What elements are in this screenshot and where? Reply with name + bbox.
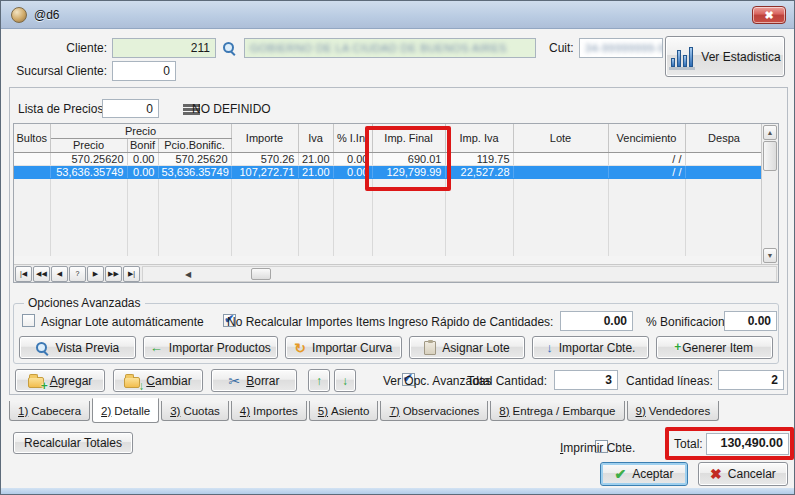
grid-cell[interactable]: 570.25620 [50, 152, 127, 165]
column-header[interactable]: Iva [298, 124, 333, 152]
move-up-button[interactable]: ↑ [308, 369, 330, 392]
ingreso-rapido-field[interactable]: 0.00 [560, 311, 633, 331]
close-button[interactable]: ✖ [752, 6, 786, 24]
grid-nav-button[interactable]: ▶| [123, 266, 140, 282]
grid-nav-button[interactable]: ▶▶ [105, 266, 122, 282]
importar-productos-button[interactable]: ←Importar Productos [143, 336, 278, 359]
grid-vertical-scrollbar[interactable]: ▲ ▼ [761, 124, 778, 264]
tab-cabecera[interactable]: 1)Cabecera [9, 401, 90, 421]
vertical-scroll-thumb[interactable] [763, 141, 777, 171]
importar-curva-button[interactable]: ↻Importar Curva [285, 336, 402, 359]
table-row[interactable]: 53,636.357490.0053,636.35749107,272.7121… [14, 165, 763, 178]
grid-cell[interactable]: 0.00 [127, 165, 158, 178]
column-header[interactable]: Imp. Final [372, 124, 445, 152]
table-row[interactable]: 570.256200.00570.25620570.2621.000.00690… [14, 152, 763, 165]
column-header[interactable]: Precio [50, 124, 231, 138]
borrar-button[interactable]: ✂ Borrar [211, 369, 297, 392]
cantidad-lineas-field[interactable]: 2 [718, 370, 784, 390]
grid-cell[interactable]: 22,527.28 [445, 165, 513, 178]
column-header[interactable]: Imp. Iva [445, 124, 513, 152]
grid-cell[interactable] [14, 165, 50, 178]
grid-nav-button[interactable]: |◀ [15, 266, 32, 282]
sucursal-field[interactable]: 0 [112, 61, 176, 81]
tab-detalle[interactable]: 2)Detalle [92, 398, 159, 423]
grid-cell[interactable]: 0.00 [333, 165, 372, 178]
column-header[interactable]: % I.Int [333, 124, 372, 152]
grid-cell[interactable] [685, 152, 763, 165]
grid-cell[interactable]: 570.25620 [158, 152, 231, 165]
tab-cuotas[interactable]: 3)Cuotas [161, 401, 229, 421]
cliente-code-field[interactable]: 211 [112, 38, 216, 58]
vista-previa-button[interactable]: Vista Previa [19, 336, 136, 359]
grid-cell[interactable]: 21.00 [298, 165, 333, 178]
grid-cell[interactable]: 0.00 [333, 152, 372, 165]
grid-cell[interactable]: 690.01 [372, 152, 445, 165]
grid-horizontal-scrollbar[interactable]: ◀ [142, 266, 777, 282]
grid-cell[interactable]: 570.26 [231, 152, 298, 165]
tab-vendedores[interactable]: 9)Vendedores [627, 401, 720, 421]
hscroll-left-icon[interactable]: ◀ [185, 270, 191, 279]
agregar-button[interactable]: Agregar [15, 369, 105, 392]
horizontal-scroll-thumb[interactable] [251, 268, 271, 280]
grid-cell[interactable]: 107,272.71 [231, 165, 298, 178]
grid-cell[interactable]: 21.00 [298, 152, 333, 165]
grid-cell[interactable] [14, 152, 50, 165]
grid-cell[interactable] [513, 165, 608, 178]
empty-cell [513, 204, 608, 217]
ver-estadistica-button[interactable]: Ver Estadistica [665, 36, 785, 77]
column-header[interactable]: Importe [231, 124, 298, 152]
aceptar-label: Aceptar [632, 467, 673, 481]
grid-cell[interactable] [513, 152, 608, 165]
column-header[interactable]: Precio [50, 138, 127, 152]
total-cantidad-field[interactable]: 3 [554, 370, 618, 390]
grid-cell[interactable]: 119.75 [445, 152, 513, 165]
column-header[interactable]: Vencimiento [608, 124, 685, 152]
column-header[interactable]: Lote [513, 124, 608, 152]
cancelar-button[interactable]: ✖ Cancelar [698, 462, 788, 486]
tab-observaciones[interactable]: 7)Observaciones [380, 401, 488, 421]
total-field[interactable]: 130,490.00 [706, 433, 789, 455]
column-header[interactable]: Pcio.Bonific. [158, 138, 231, 152]
search-client-icon[interactable] [222, 41, 236, 55]
opciones-avanzadas-group: Opciones Avanzadas Asignar Lote automáti… [13, 303, 779, 364]
tab-importes[interactable]: 4)Importes [231, 401, 307, 421]
borrar-label: Borrar [246, 374, 279, 388]
asignar-lote-checkbox[interactable] [22, 314, 35, 327]
empty-cell [14, 217, 50, 230]
tab-entrega-embarque[interactable]: 8)Entrega / Embarque [490, 401, 624, 421]
grid-cell[interactable]: / / [608, 152, 685, 165]
grid-cell[interactable]: 53,636.35749 [158, 165, 231, 178]
grid-nav-button[interactable]: ◀ [51, 266, 68, 282]
grid-cell[interactable]: 53,636.35749 [50, 165, 127, 178]
aceptar-button[interactable]: ✔ Aceptar [600, 462, 688, 486]
empty-cell [50, 178, 127, 191]
grid-cell[interactable]: 129,799.99 [372, 165, 445, 178]
generer-item-button[interactable]: Generer Item [656, 336, 773, 359]
importar-cbte--button[interactable]: ↓Importar Cbte. [532, 336, 649, 359]
empty-cell [372, 204, 445, 217]
lista-precios-field[interactable]: 0 [102, 99, 159, 118]
cambiar-button[interactable]: Cambiar [113, 369, 203, 392]
move-down-button[interactable]: ↓ [334, 369, 356, 392]
asignar-lote-button[interactable]: Asignar Lote [409, 336, 526, 359]
title-bar[interactable]: @d6 ✖ [1, 1, 794, 29]
empty-cell [333, 191, 372, 204]
grid-nav-button[interactable]: ? [69, 266, 86, 282]
grid-cell[interactable]: / / [608, 165, 685, 178]
column-header[interactable]: Bonif [127, 138, 158, 152]
grid-cell[interactable] [685, 165, 763, 178]
column-header[interactable]: Despa [685, 124, 763, 152]
grid-cell[interactable]: 0.00 [127, 152, 158, 165]
recalcular-totales-button[interactable]: Recalcular Totales [13, 432, 133, 454]
scroll-down-icon[interactable]: ▼ [763, 248, 777, 263]
cuit-field[interactable]: 34-99999999-9 [579, 38, 663, 58]
grid-nav-button[interactable]: ◀◀ [33, 266, 50, 282]
scroll-up-icon[interactable]: ▲ [763, 125, 777, 140]
bonificacion-field[interactable]: 0.00 [724, 311, 777, 331]
column-header[interactable]: Bultos [14, 124, 50, 152]
cuit-text: 34-99999999-9 [585, 42, 663, 54]
clipboard-icon [424, 341, 436, 355]
tab-asiento[interactable]: 5)Asiento [309, 401, 379, 421]
grid-nav-button[interactable]: ▶ [87, 266, 104, 282]
cliente-name-field[interactable]: GOBIERNO DE LA CIUDAD DE BUENOS AIRES [244, 38, 536, 58]
